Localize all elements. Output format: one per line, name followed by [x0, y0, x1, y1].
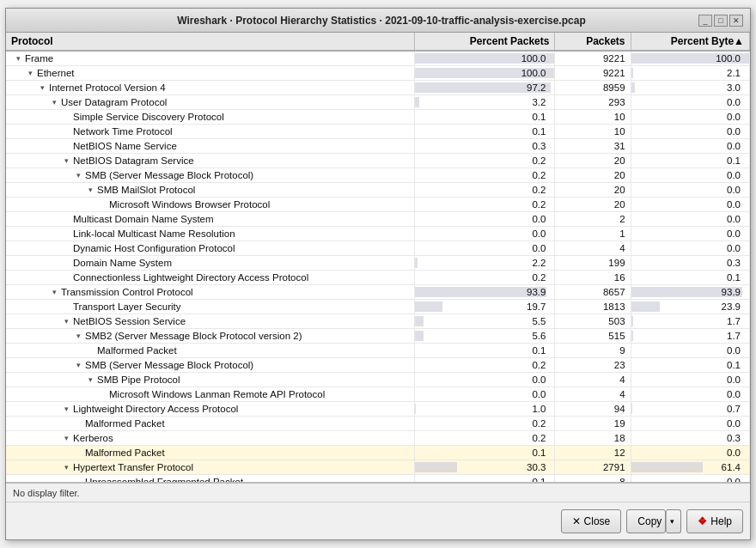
close-window-button[interactable]: ✕: [729, 15, 743, 27]
expand-icon[interactable]: [61, 141, 71, 151]
filter-status: No display filter.: [13, 488, 80, 498]
protocol-name-text: Multicast Domain Name System: [73, 214, 214, 224]
collapse-icon[interactable]: ▾: [61, 155, 71, 166]
packets-cell: 9221: [555, 51, 631, 66]
protocol-cell: Unreassembled Fragmented Packet: [6, 475, 414, 484]
collapse-icon[interactable]: ▾: [13, 53, 23, 64]
percent-packets-cell: 0.2: [414, 431, 555, 446]
percent-bytes-cell: 0.7: [631, 402, 749, 417]
protocol-name-text: NetBIOS Datagram Service: [73, 155, 194, 166]
percent-bytes-cell: 0.0: [631, 125, 749, 139]
percent-packets-cell: 30.3: [414, 460, 555, 475]
expand-icon[interactable]: [73, 448, 83, 458]
protocol-cell: ▾SMB Pipe Protocol: [6, 373, 414, 387]
table-row: Network Time Protocol0.1100.0: [6, 125, 750, 139]
collapse-icon[interactable]: ▾: [61, 404, 71, 414]
table-row: NetBIOS Name Service0.3310.0: [6, 139, 750, 154]
protocol-cell: Microsoft Windows Browser Protocol: [6, 198, 414, 212]
collapse-icon[interactable]: ▾: [49, 287, 59, 297]
protocol-cell: ▾SMB MailSlot Protocol: [6, 183, 414, 198]
collapse-icon[interactable]: ▾: [73, 170, 83, 180]
protocol-cell: ▾SMB (Server Message Block Protocol): [6, 168, 414, 183]
copy-button[interactable]: Copy: [626, 509, 666, 533]
collapse-icon[interactable]: ▾: [61, 316, 71, 326]
expand-icon[interactable]: [61, 126, 71, 137]
percent-packets-cell: 0.1: [414, 344, 555, 358]
expand-icon[interactable]: [61, 243, 71, 253]
percent-packets-cell: 100.0: [414, 66, 555, 81]
expand-icon[interactable]: [73, 477, 83, 483]
collapse-icon[interactable]: ▾: [73, 360, 83, 370]
help-button[interactable]: ❖ Help: [686, 509, 743, 533]
collapse-icon[interactable]: ▾: [25, 68, 35, 78]
packets-cell: 94: [555, 402, 631, 417]
expand-icon[interactable]: [61, 272, 71, 283]
packets-cell: 20: [555, 168, 631, 183]
table-header-row: Protocol Percent Packets Packets Percent…: [6, 33, 750, 51]
expand-icon[interactable]: [61, 301, 71, 312]
expand-icon[interactable]: [61, 258, 71, 268]
protocol-name-text: SMB (Server Message Block Protocol): [85, 360, 253, 370]
percent-bytes-cell: 0.3: [631, 431, 749, 446]
percent-packets-cell: 5.6: [414, 329, 555, 344]
percent-packets-cell: 5.5: [414, 314, 555, 329]
copy-dropdown-button[interactable]: ▾: [666, 509, 681, 533]
packets-cell: 293: [555, 95, 631, 110]
protocol-name-text: Internet Protocol Version 4: [49, 82, 166, 93]
table-row: ▾Kerberos0.2180.3: [6, 431, 750, 446]
packets-cell: 31: [555, 139, 631, 154]
protocol-name-text: Frame: [25, 53, 53, 64]
title-bar: Wireshark · Protocol Hierarchy Statistic…: [6, 9, 750, 33]
percent-bytes-cell: 0.0: [631, 110, 749, 125]
percent-packets-cell: 0.1: [414, 475, 555, 484]
percent-bytes-cell: 0.0: [631, 475, 749, 484]
close-button[interactable]: ✕ Close: [561, 509, 622, 533]
protocol-name-text: Network Time Protocol: [73, 126, 173, 137]
protocol-name-text: Microsoft Windows Lanman Remote API Prot…: [109, 389, 325, 399]
packets-cell: 20: [555, 154, 631, 168]
expand-icon[interactable]: [97, 389, 107, 399]
collapse-icon[interactable]: ▾: [61, 462, 71, 472]
percent-packets-cell: 1.0: [414, 402, 555, 417]
protocol-name-text: Hypertext Transfer Protocol: [73, 462, 193, 472]
table-row: ▾User Datagram Protocol3.22930.0: [6, 95, 750, 110]
packets-cell: 1: [555, 227, 631, 241]
expand-icon[interactable]: [61, 112, 71, 122]
collapse-icon[interactable]: ▾: [37, 82, 47, 93]
percent-packets-cell: 0.2: [414, 168, 555, 183]
maximize-button[interactable]: □: [714, 15, 728, 27]
collapse-icon[interactable]: ▾: [85, 185, 95, 195]
percent-packets-cell: 0.2: [414, 358, 555, 373]
percent-packets-cell: 19.7: [414, 300, 555, 314]
col-packets: Packets: [555, 33, 631, 51]
copy-label: Copy: [637, 515, 662, 527]
packets-cell: 4: [555, 241, 631, 256]
percent-packets-cell: 0.1: [414, 110, 555, 125]
collapse-icon[interactable]: ▾: [85, 374, 95, 385]
expand-icon[interactable]: [61, 228, 71, 239]
expand-icon[interactable]: [97, 199, 107, 210]
percent-packets-cell: 100.0: [414, 51, 555, 66]
table-row: Multicast Domain Name System0.020.0: [6, 212, 750, 227]
table-row: ▾Internet Protocol Version 497.289593.0: [6, 81, 750, 95]
percent-packets-cell: 0.1: [414, 125, 555, 139]
percent-bytes-cell: 0.3: [631, 256, 749, 271]
expand-icon[interactable]: [61, 214, 71, 224]
protocol-cell: ▾NetBIOS Session Service: [6, 314, 414, 329]
collapse-icon[interactable]: ▾: [61, 433, 71, 443]
table-container[interactable]: Protocol Percent Packets Packets Percent…: [6, 33, 750, 483]
percent-bytes-cell: 0.0: [631, 95, 749, 110]
minimize-button[interactable]: _: [698, 15, 712, 27]
protocol-name-text: NetBIOS Session Service: [73, 316, 186, 326]
expand-icon[interactable]: [73, 418, 83, 429]
protocol-cell: Simple Service Discovery Protocol: [6, 110, 414, 125]
protocol-name-text: SMB (Server Message Block Protocol): [85, 170, 253, 180]
percent-packets-cell: 97.2: [414, 81, 555, 95]
packets-cell: 9221: [555, 66, 631, 81]
expand-icon[interactable]: [85, 345, 95, 356]
collapse-icon[interactable]: ▾: [73, 331, 83, 341]
packets-cell: 23: [555, 358, 631, 373]
percent-packets-cell: 0.2: [414, 198, 555, 212]
table-row: ▾Lightweight Directory Access Protocol1.…: [6, 402, 750, 417]
collapse-icon[interactable]: ▾: [49, 97, 59, 107]
